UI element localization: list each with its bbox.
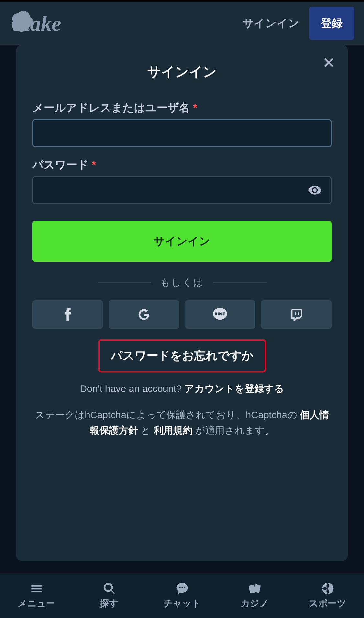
email-input-wrap: [32, 119, 332, 147]
close-icon[interactable]: ✕: [323, 54, 335, 71]
facebook-button[interactable]: [32, 300, 103, 329]
google-button[interactable]: [109, 300, 179, 329]
tos-link[interactable]: 利用規約: [154, 425, 193, 436]
google-icon: [137, 307, 151, 322]
divider-text: もしくは: [160, 276, 204, 289]
casino-icon: [248, 582, 262, 595]
nav-chat[interactable]: チャット: [146, 573, 218, 618]
svg-rect-4: [253, 584, 260, 593]
nav-sports[interactable]: スポーツ: [291, 573, 364, 618]
signin-link[interactable]: サインイン: [243, 16, 299, 31]
email-label-text: メールアドレスまたはユーザ名: [32, 101, 190, 114]
social-row: LINE: [32, 300, 332, 329]
nav-chat-label: チャット: [163, 597, 201, 610]
nav-sports-label: スポーツ: [309, 597, 346, 610]
svg-text:Stake: Stake: [12, 12, 61, 35]
twitch-button[interactable]: [261, 300, 332, 329]
twitch-icon: [290, 307, 303, 322]
legal-and: と: [141, 425, 151, 436]
legal-text: ステークはhCaptchaによって保護されており、hCaptchaの 個人情報保…: [32, 407, 332, 438]
password-input[interactable]: [32, 176, 332, 204]
nav-casino-label: カジノ: [241, 597, 269, 610]
required-mark: *: [92, 158, 96, 171]
menu-icon: [30, 582, 43, 595]
forgot-password-link[interactable]: パスワードをお忘れですか: [98, 339, 266, 372]
eye-icon[interactable]: [308, 183, 322, 197]
nav-casino[interactable]: カジノ: [218, 573, 291, 618]
divider-line-left: [98, 282, 151, 283]
password-group: パスワード *: [32, 157, 332, 204]
no-account-text: Don't have an account?: [80, 383, 182, 394]
bottom-nav: メニュー 探す チャット カジノ スポーツ: [0, 573, 364, 618]
email-input[interactable]: [32, 119, 332, 147]
legal-part2: が適用されます。: [195, 425, 274, 436]
modal-overlay: ✕ サインイン メールアドレスまたはユーザ名 * パスワード * サ: [0, 45, 364, 573]
nav-search[interactable]: 探す: [73, 573, 146, 618]
nav-menu[interactable]: メニュー: [0, 573, 73, 618]
email-label: メールアドレスまたはユーザ名 *: [32, 100, 332, 115]
signin-button[interactable]: サインイン: [32, 221, 332, 262]
required-mark: *: [193, 101, 197, 114]
email-group: メールアドレスまたはユーザ名 *: [32, 100, 332, 147]
chat-icon: [175, 582, 189, 595]
nav-search-label: 探す: [100, 597, 118, 610]
svg-text:LINE: LINE: [216, 312, 224, 316]
nav-menu-label: メニュー: [18, 597, 55, 610]
stake-logo[interactable]: Stake: [10, 9, 79, 38]
register-link[interactable]: アカウントを登録する: [184, 383, 284, 394]
no-account-row: Don't have an account? アカウントを登録する: [32, 382, 332, 395]
divider: もしくは: [32, 276, 332, 289]
password-label: パスワード *: [32, 157, 332, 172]
facebook-icon: [64, 307, 71, 322]
register-button[interactable]: 登録: [309, 7, 354, 40]
divider-line-right: [213, 282, 267, 283]
line-icon: LINE: [212, 306, 228, 323]
top-header: Stake サインイン 登録: [0, 0, 364, 45]
legal-part1: ステークはhCaptchaによって保護されており、hCaptchaの: [35, 409, 297, 420]
password-input-wrap: [32, 176, 332, 204]
password-label-text: パスワード: [32, 158, 89, 171]
modal-title: サインイン: [32, 63, 332, 81]
header-actions: サインイン 登録: [243, 7, 354, 40]
search-icon: [103, 582, 116, 595]
sports-icon: [321, 582, 335, 595]
signin-modal: ✕ サインイン メールアドレスまたはユーザ名 * パスワード * サ: [16, 45, 348, 561]
line-button[interactable]: LINE: [185, 300, 256, 329]
